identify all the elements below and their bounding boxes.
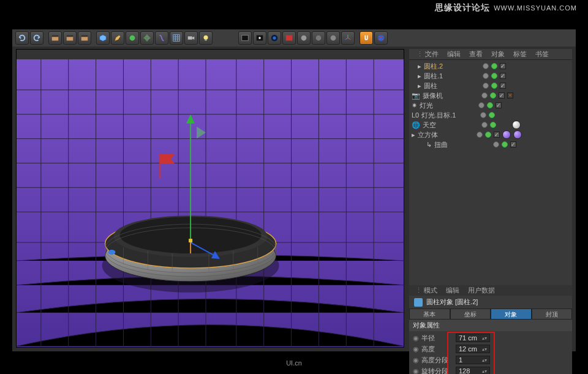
cube-icon[interactable] bbox=[96, 31, 110, 45]
tree-item-cylinder[interactable]: ▸圆柱 ✓ bbox=[409, 81, 572, 91]
rotseg-field[interactable]: 128▴▾ bbox=[456, 367, 490, 374]
render-settings-icon[interactable] bbox=[282, 31, 296, 45]
sphere3-icon[interactable] bbox=[326, 31, 340, 45]
obj-menu-object[interactable]: 对象 bbox=[488, 49, 508, 59]
svg-rect-9 bbox=[173, 35, 180, 42]
tab-cap[interactable]: 封顶 bbox=[532, 309, 573, 320]
attr-menu-edit[interactable]: 编辑 bbox=[442, 285, 463, 296]
viewport-canvas[interactable] bbox=[17, 59, 404, 348]
viewport-header bbox=[17, 50, 404, 59]
tree-item-cylinder2[interactable]: ▸圆柱.2 ✓ bbox=[409, 61, 572, 71]
attribute-title: 圆柱对象 [圆柱.2] bbox=[409, 296, 572, 309]
sphere-green-icon[interactable] bbox=[126, 31, 139, 45]
tree-item-bend[interactable]: ↳扭曲 ✓ bbox=[409, 140, 572, 149]
snap-icon[interactable] bbox=[360, 31, 373, 45]
svg-point-20 bbox=[316, 36, 322, 41]
attribute-section-title: 对象属性 bbox=[409, 320, 572, 331]
radius-field[interactable]: 71 cm▴▾ bbox=[456, 334, 490, 342]
deformer-icon[interactable] bbox=[155, 31, 168, 45]
light-bulb-icon[interactable] bbox=[199, 31, 213, 45]
main-toolbar bbox=[12, 29, 576, 47]
clapper2-icon[interactable] bbox=[63, 31, 77, 45]
svg-rect-10 bbox=[188, 36, 192, 39]
clapper3-icon[interactable] bbox=[78, 31, 91, 45]
obj-menu-edit[interactable]: 编辑 bbox=[443, 49, 464, 59]
svg-point-17 bbox=[273, 36, 276, 39]
svg-point-15 bbox=[258, 37, 261, 39]
object-manager-menu: ⋮⋮⋮ 文件 编辑 查看 对象 标签 书签 bbox=[409, 49, 572, 60]
attr-menu-mode[interactable]: 模式 bbox=[420, 285, 441, 296]
prop-radius: ◉半径 71 cm▴▾ bbox=[409, 332, 572, 343]
prop-heightseg: ◉高度分段 1▴▾ bbox=[409, 354, 572, 365]
height-field[interactable]: 12 cm▴▾ bbox=[456, 345, 490, 353]
pen-icon[interactable] bbox=[111, 31, 124, 45]
svg-rect-13 bbox=[242, 36, 249, 41]
camera-icon[interactable] bbox=[184, 31, 198, 45]
world-icon[interactable] bbox=[374, 31, 388, 45]
svg-point-22 bbox=[378, 35, 385, 42]
grid-icon[interactable] bbox=[170, 31, 183, 45]
svg-rect-2 bbox=[67, 36, 74, 40]
svg-point-8 bbox=[146, 35, 148, 42]
svg-rect-12 bbox=[205, 40, 207, 41]
right-panels: ⋮⋮⋮ 文件 编辑 查看 对象 标签 书签 ▸圆柱.2 ✓ ▸圆柱.1 ✓ ▸圆… bbox=[409, 49, 572, 348]
prop-rotseg: ◉旋转分段 128▴▾ bbox=[409, 365, 572, 374]
watermark-top: 思缘设计论坛WWW.MISSYUAN.COM bbox=[435, 2, 577, 13]
grip-icon[interactable]: ⋮⋮⋮ bbox=[413, 50, 420, 59]
viewport[interactable]: ✥ ⤢ ⟳ ▦ bbox=[16, 49, 404, 348]
obj-menu-file[interactable]: 文件 bbox=[421, 49, 442, 59]
tree-item-light-target[interactable]: L0灯光.目标.1 bbox=[409, 110, 572, 120]
svg-point-11 bbox=[204, 36, 208, 40]
tree-item-cylinder1[interactable]: ▸圆柱.1 ✓ bbox=[409, 71, 572, 81]
svg-point-7 bbox=[144, 37, 151, 39]
axis-xyz-icon[interactable] bbox=[341, 31, 355, 45]
svg-point-21 bbox=[331, 36, 336, 41]
prop-height: ◉高度 12 cm▴▾ bbox=[409, 343, 572, 354]
obj-menu-tag[interactable]: 标签 bbox=[510, 49, 530, 59]
svg-rect-1 bbox=[52, 36, 59, 37]
object-tree[interactable]: ▸圆柱.2 ✓ ▸圆柱.1 ✓ ▸圆柱 ✓ 📷摄像机 ✓✕ ✷灯光 ✓ L0灯光… bbox=[409, 60, 572, 285]
obj-menu-view[interactable]: 查看 bbox=[466, 49, 486, 59]
svg-rect-0 bbox=[52, 36, 59, 40]
svg-point-6 bbox=[130, 36, 135, 41]
attribute-menu: ⋮⋮⋮ 模式 编辑 用户数据 bbox=[409, 285, 572, 296]
render-active-icon[interactable] bbox=[268, 31, 281, 45]
tab-coord[interactable]: 坐标 bbox=[450, 309, 491, 320]
sphere1-icon[interactable] bbox=[297, 31, 311, 45]
sphere2-icon[interactable] bbox=[312, 31, 325, 45]
render-region-icon[interactable] bbox=[253, 31, 266, 45]
attribute-tabs: 基本 坐标 对象 封顶 bbox=[409, 309, 572, 320]
tree-item-camera[interactable]: 📷摄像机 ✓✕ bbox=[409, 91, 572, 100]
grip-icon[interactable]: ⋮⋮⋮ bbox=[412, 286, 419, 295]
svg-rect-3 bbox=[67, 36, 74, 37]
obj-menu-bookmark[interactable]: 书签 bbox=[532, 49, 552, 59]
heightseg-field[interactable]: 1▴▾ bbox=[456, 356, 490, 364]
undo-icon[interactable] bbox=[15, 31, 29, 45]
clapper1-icon[interactable] bbox=[48, 31, 62, 45]
material-slot-white[interactable] bbox=[512, 121, 521, 129]
attribute-body: ◉半径 71 cm▴▾ ◉高度 12 cm▴▾ ◉高度分段 1▴▾ ◉旋转分段 … bbox=[409, 331, 572, 374]
atom-icon[interactable] bbox=[140, 31, 154, 45]
tree-item-light[interactable]: ✷灯光 ✓ bbox=[409, 100, 572, 110]
svg-rect-4 bbox=[81, 36, 88, 40]
svg-rect-18 bbox=[286, 36, 293, 41]
svg-rect-37 bbox=[189, 239, 192, 242]
tab-basic[interactable]: 基本 bbox=[409, 309, 450, 320]
material-slot-purple2[interactable] bbox=[513, 130, 522, 139]
redo-icon[interactable] bbox=[30, 31, 43, 45]
cylinder-icon bbox=[414, 298, 423, 307]
svg-rect-5 bbox=[81, 36, 88, 37]
tree-item-sky[interactable]: 🌐天空 bbox=[409, 120, 572, 130]
material-slot-purple1[interactable] bbox=[502, 130, 511, 139]
attr-menu-user[interactable]: 用户数据 bbox=[464, 285, 499, 296]
svg-point-19 bbox=[301, 36, 307, 41]
tab-object[interactable]: 对象 bbox=[491, 309, 532, 320]
tree-item-cube[interactable]: ▸立方体 ✓ bbox=[409, 130, 572, 140]
render-view-icon[interactable] bbox=[238, 31, 252, 45]
